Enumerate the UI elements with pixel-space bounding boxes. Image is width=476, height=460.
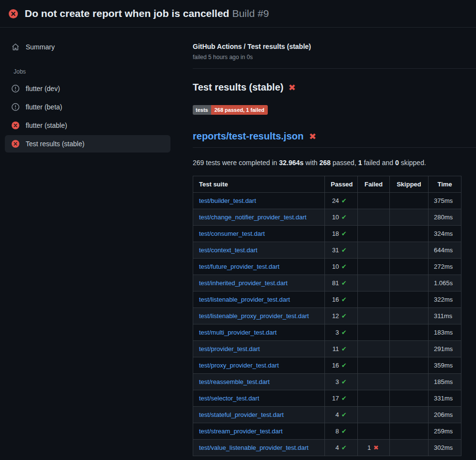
failed-cell	[358, 423, 390, 440]
failed-cell	[358, 291, 390, 308]
cross-icon: ✖	[288, 83, 295, 92]
check-icon: ✔	[341, 362, 347, 369]
sidebar-summary-label: Summary	[26, 43, 55, 51]
passed-cell: 10✔	[325, 209, 358, 226]
check-icon: ✔	[341, 395, 347, 402]
suite-link[interactable]: test/listenable_proxy_provider_test.dart	[199, 312, 309, 320]
table-row: test/value_listenable_provider_test.dart…	[193, 440, 461, 456]
table-row: test/proxy_provider_test.dart16✔359ms	[193, 357, 461, 374]
time-cell: 183ms	[429, 324, 461, 341]
time-cell: 331ms	[429, 390, 461, 407]
skipped-cell	[390, 423, 429, 440]
passed-cell: 4✔	[325, 440, 358, 456]
suite-link[interactable]: test/context_test.dart	[199, 246, 258, 254]
sidebar: Summary Jobs flutter (dev)flutter (beta)…	[0, 28, 193, 460]
breadcrumb: GitHub Actions / Test results (stable)	[193, 43, 476, 50]
suite-link[interactable]: test/value_listenable_provider_test.dart	[199, 444, 308, 451]
suite-link[interactable]: test/change_notifier_provider_test.dart	[199, 214, 307, 221]
passed-cell: 18✔	[325, 226, 358, 242]
suite-cell: test/stateful_provider_test.dart	[193, 407, 325, 423]
suite-link[interactable]: test/provider_test.dart	[199, 345, 260, 353]
time-cell: 322ms	[429, 291, 461, 308]
passed-cell: 16✔	[325, 357, 358, 374]
suite-cell: test/stream_provider_test.dart	[193, 423, 325, 440]
skipped-cell	[390, 242, 429, 259]
suite-link[interactable]: test/consumer_test.dart	[199, 230, 265, 237]
count-value: 24	[332, 197, 339, 204]
count-value: 8	[336, 428, 339, 435]
sidebar-item-summary[interactable]: Summary	[5, 38, 170, 56]
time-cell: 324ms	[429, 226, 461, 242]
table-row: test/change_notifier_provider_test.dart1…	[193, 209, 461, 226]
suite-link[interactable]: test/multi_provider_test.dart	[199, 329, 276, 336]
failed-cell	[358, 242, 390, 259]
failed-cell	[358, 374, 390, 390]
check-icon: ✔	[341, 411, 347, 418]
skipped-cell	[390, 209, 429, 226]
check-icon: ✔	[341, 214, 347, 221]
passed-cell: 8✔	[325, 423, 358, 440]
table-row: test/future_provider_test.dart10✔272ms	[193, 259, 461, 275]
sidebar-job-item[interactable]: flutter (beta)	[5, 98, 170, 116]
check-icon: ✔	[341, 378, 347, 385]
passed-cell: 31✔	[325, 242, 358, 259]
suite-cell: test/consumer_test.dart	[193, 226, 325, 242]
passed-cell: 10✔	[325, 259, 358, 275]
suite-cell: test/change_notifier_provider_test.dart	[193, 209, 325, 226]
suite-link[interactable]: test/future_provider_test.dart	[199, 263, 279, 270]
check-icon: ✔	[341, 345, 347, 353]
sidebar-job-item[interactable]: Test results (stable)	[5, 135, 170, 153]
job-label: flutter (stable)	[26, 122, 67, 129]
skipped-cell	[390, 357, 429, 374]
failed-cell	[358, 226, 390, 242]
count-value: 3	[336, 378, 339, 385]
suite-link[interactable]: test/selector_test.dart	[199, 395, 259, 402]
check-icon: ✔	[341, 444, 347, 451]
suite-link[interactable]: test/reassemble_test.dart	[199, 378, 270, 385]
column-header-failed: Failed	[358, 176, 390, 193]
count-value: 4	[336, 444, 339, 451]
skipped-cell	[390, 308, 429, 324]
count-value: 17	[332, 395, 339, 402]
failed-cell	[358, 407, 390, 423]
sidebar-job-item[interactable]: flutter (stable)	[5, 117, 170, 134]
check-icon: ✔	[341, 279, 347, 287]
check-icon: ✔	[341, 263, 347, 270]
jobs-section-label: Jobs	[14, 68, 170, 75]
suite-cell: test/future_provider_test.dart	[193, 259, 325, 275]
failed-cell: 1✖	[358, 440, 390, 456]
suite-link[interactable]: test/builder_test.dart	[199, 197, 256, 204]
column-header-skipped: Skipped	[390, 176, 429, 193]
table-row: test/reassemble_test.dart3✔185ms	[193, 374, 461, 390]
suite-link[interactable]: test/stream_provider_test.dart	[199, 428, 283, 435]
passed-cell: 17✔	[325, 390, 358, 407]
report-file-link[interactable]: reports/test-results.json	[193, 131, 304, 142]
suite-cell: test/provider_test.dart	[193, 341, 325, 357]
table-row: test/consumer_test.dart18✔324ms	[193, 226, 461, 242]
failed-cell	[358, 259, 390, 275]
column-header-passed: Passed	[325, 176, 358, 193]
badge-label: tests	[193, 105, 211, 115]
suite-link[interactable]: test/stateful_provider_test.dart	[199, 411, 284, 418]
suite-link[interactable]: test/listenable_provider_test.dart	[199, 296, 290, 303]
time-cell: 311ms	[429, 308, 461, 324]
summary-line: 269 tests were completed in 32.964s with…	[193, 159, 476, 167]
sidebar-job-item[interactable]: flutter (dev)	[5, 80, 170, 97]
count-value: 18	[332, 230, 339, 237]
run-title: Do not create report when job is cancell…	[25, 8, 229, 19]
summary-failed-count: 1	[358, 159, 362, 167]
run-header: Do not create report when job is cancell…	[0, 0, 476, 28]
suite-cell: test/context_test.dart	[193, 242, 325, 259]
table-row: test/stateful_provider_test.dart4✔206ms	[193, 407, 461, 423]
skipped-cell	[390, 193, 429, 209]
count-value: 1	[368, 444, 371, 451]
suite-cell: test/listenable_proxy_provider_test.dart	[193, 308, 325, 324]
skipped-cell	[390, 259, 429, 275]
suite-cell: test/proxy_provider_test.dart	[193, 357, 325, 374]
table-row: test/provider_test.dart11✔291ms	[193, 341, 461, 357]
suite-link[interactable]: test/proxy_provider_test.dart	[199, 362, 279, 369]
run-failed-icon	[9, 9, 18, 18]
check-icon: ✔	[341, 428, 347, 435]
section-title: Test results (stable)	[193, 82, 283, 93]
suite-link[interactable]: test/inherited_provider_test.dart	[199, 279, 288, 287]
